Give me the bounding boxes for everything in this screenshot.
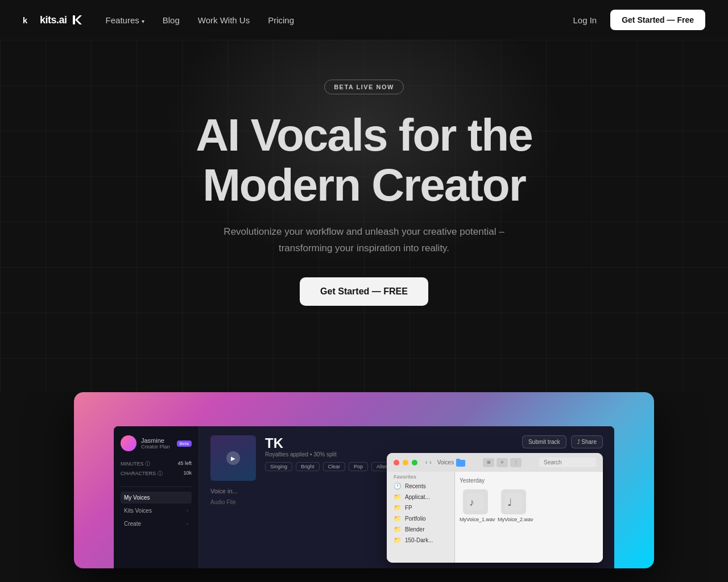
fp-body: Favorites 🕐 Recents 📁 Applicat...: [387, 472, 603, 563]
track-details: TK Royalties applied • 30% split Singing…: [265, 435, 406, 471]
fp-file-2-icon: ♩: [501, 489, 526, 514]
fp-files-grid: ♪ MyVoice_1.wav: [460, 489, 598, 522]
sidebar-stats: MINUTES ⓘ 45 left CHARACTERS ⓘ 10k: [121, 460, 192, 477]
fp-150dark-icon: 📁: [394, 537, 402, 544]
tag-clear: Clear: [323, 462, 346, 471]
tag-bright: Bright: [296, 462, 320, 471]
features-link[interactable]: Features: [106, 15, 144, 25]
nav-links: Features Blog Work With Us Pricing: [106, 15, 295, 25]
sidebar-item-my-voices[interactable]: My Voices: [121, 492, 192, 504]
track-title: TK: [265, 435, 406, 451]
fp-close-dot: [394, 460, 399, 465]
app-ui: Jasmine Creator Plan Beta MINUTES ⓘ 45 l…: [114, 426, 614, 568]
app-preview-section: Jasmine Creator Plan Beta MINUTES ⓘ 45 l…: [0, 392, 728, 582]
logo-text: kits.ai: [40, 14, 67, 26]
pricing-link[interactable]: Pricing: [268, 15, 294, 25]
stat-minutes-label: MINUTES ⓘ: [121, 460, 150, 468]
fp-folder-blue-icon: [456, 459, 465, 467]
track-thumbnail: ▶: [210, 435, 256, 481]
fp-file-1-icon: ♪: [463, 489, 488, 514]
fp-file-2[interactable]: ♩ MyVoice_2.wav: [498, 489, 529, 522]
stat-characters-label: CHARACTERS ⓘ: [121, 470, 163, 477]
fp-sidebar-fp[interactable]: 📁 FP: [387, 502, 454, 513]
fp-portfolio-icon: 📁: [394, 515, 402, 522]
hero-cta-button[interactable]: Get Started — FREE: [300, 277, 428, 306]
share-button[interactable]: ⤴ Share: [571, 435, 603, 448]
fp-blender-icon: 📁: [394, 526, 402, 533]
fp-fp-icon: 📁: [394, 504, 402, 512]
fp-dropdown-icon[interactable]: ⋮: [510, 458, 522, 467]
svg-text:k: k: [23, 16, 28, 25]
create-arrow-icon: ›: [187, 521, 188, 526]
fp-search-input[interactable]: [539, 458, 596, 467]
fp-nav-icons: ⊞ ≡ ⋮: [483, 458, 522, 467]
fp-sidebar-portfolio[interactable]: 📁 Portfolio: [387, 513, 454, 524]
stat-characters: CHARACTERS ⓘ 10k: [121, 470, 192, 477]
svg-text:♪: ♪: [469, 497, 474, 508]
nav-right: Log In Get Started — Free: [573, 10, 705, 30]
track-tags: Singing Bright Clear Pop Alternative: [265, 462, 406, 471]
screenshot-wrapper: Jasmine Creator Plan Beta MINUTES ⓘ 45 l…: [74, 392, 654, 568]
app-sidebar: Jasmine Creator Plan Beta MINUTES ⓘ 45 l…: [114, 426, 199, 568]
login-button[interactable]: Log In: [573, 15, 597, 25]
fp-sidebar-recents[interactable]: 🕐 Recents: [387, 481, 454, 492]
stat-minutes-value: 45 left: [177, 460, 192, 468]
logo[interactable]: k kits.ai: [23, 14, 83, 26]
sidebar-divider: [121, 487, 192, 487]
svg-rect-1: [73, 15, 75, 24]
fp-minimize-dot: [403, 460, 408, 465]
fp-main-content: Yesterday ♪: [455, 472, 603, 563]
sidebar-avatar: [121, 435, 136, 451]
play-button-small[interactable]: ▶: [226, 451, 240, 465]
tag-pop: Pop: [349, 462, 368, 471]
nav-left: k kits.ai Features Blog Work With Us Pri…: [23, 14, 294, 26]
sidebar-username: Jasmine: [141, 437, 170, 444]
fp-portfolio-label: Portfolio: [405, 516, 426, 522]
screenshot-background: Jasmine Creator Plan Beta MINUTES ⓘ 45 l…: [74, 392, 654, 568]
stat-characters-value: 10k: [183, 470, 192, 477]
work-with-us-link[interactable]: Work With Us: [198, 15, 250, 25]
fp-grid-icon[interactable]: ⊞: [483, 458, 494, 467]
sidebar-item-create[interactable]: Create ›: [121, 518, 192, 530]
fp-section-label: Voices: [437, 459, 454, 465]
fp-favorites-label: Favorites: [387, 472, 454, 481]
beta-badge: BETA LIVE NOW: [324, 80, 404, 94]
fp-sidebar-150dark[interactable]: 📁 150-Dark...: [387, 535, 454, 546]
app-main-content: ▶ TK Royalties applied • 30% split Singi…: [199, 426, 614, 568]
fp-application-label: Applicat...: [405, 494, 430, 500]
fp-sidebar-blender[interactable]: 📁 Blender: [387, 524, 454, 535]
fp-file-2-name: MyVoice_2.wav: [498, 517, 529, 522]
fp-file-1[interactable]: ♪ MyVoice_1.wav: [460, 489, 491, 522]
blog-link[interactable]: Blog: [163, 15, 180, 25]
fp-recents-label: Recents: [405, 483, 426, 489]
sidebar-item-kits-voices-label: Kits Voices: [124, 508, 152, 514]
sidebar-beta-badge: Beta: [177, 440, 192, 447]
svg-marker-2: [75, 15, 82, 24]
sidebar-user-details: Jasmine Creator Plan: [141, 437, 170, 450]
fp-150dark-label: 150-Dark...: [405, 537, 433, 543]
logo-icon: k: [23, 14, 35, 26]
fp-list-icon[interactable]: ≡: [497, 458, 508, 467]
wav-file-icon-2: ♩: [505, 493, 522, 510]
navbar: k kits.ai Features Blog Work With Us Pri…: [0, 0, 728, 40]
sidebar-item-my-voices-label: My Voices: [124, 494, 150, 501]
fp-sidebar: Favorites 🕐 Recents 📁 Applicat...: [387, 472, 455, 563]
tag-singing: Singing: [265, 462, 292, 471]
fp-sidebar-application[interactable]: 📁 Applicat...: [387, 492, 454, 502]
hero-section: BETA LIVE NOW AI Vocals for the Modern C…: [0, 40, 728, 392]
stat-minutes: MINUTES ⓘ 45 left: [121, 460, 192, 468]
hero-subtitle: Revolutionize your workflow and unleash …: [216, 224, 512, 257]
fp-date-label: Yesterday: [460, 476, 598, 485]
track-thumbnail-image: ▶: [210, 435, 256, 481]
sidebar-item-create-label: Create: [124, 521, 141, 527]
logo-k-icon: [72, 14, 83, 26]
sidebar-plan: Creator Plan: [141, 444, 170, 450]
file-picker-header: ‹ › Voices ⊞ ≡ ⋮: [387, 453, 603, 472]
svg-text:♩: ♩: [507, 497, 512, 508]
track-actions: Submit track ⤴ Share: [522, 435, 603, 448]
submit-track-button[interactable]: Submit track: [522, 435, 566, 448]
sidebar-item-kits-voices[interactable]: Kits Voices ›: [121, 505, 192, 517]
fp-application-icon: 📁: [394, 493, 402, 501]
nav-cta-button[interactable]: Get Started — Free: [610, 10, 705, 30]
wav-file-icon-1: ♪: [467, 493, 484, 510]
